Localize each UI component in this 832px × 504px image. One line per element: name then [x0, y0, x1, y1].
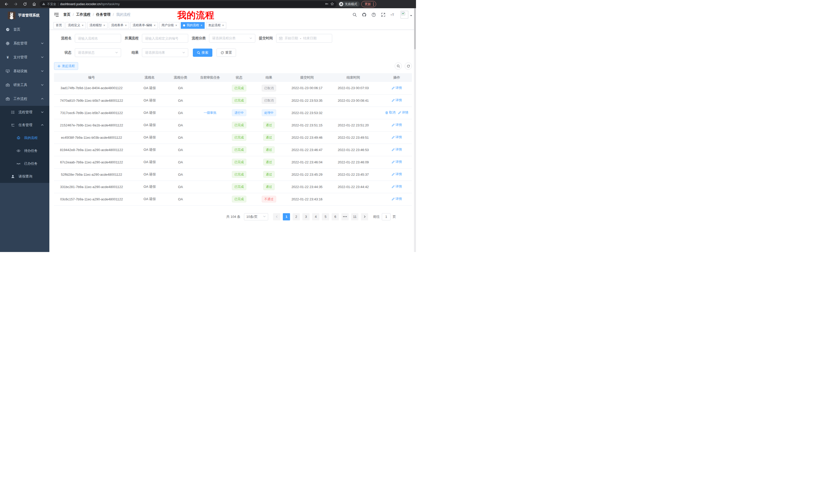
page-button-1[interactable]: 1 [283, 213, 290, 220]
sidebar-item-done-tasks[interactable]: 已办任务 [0, 157, 49, 170]
app-logo[interactable]: 芋道管理系统 [0, 8, 49, 23]
detail-link[interactable]: 详情 [392, 197, 402, 201]
tab-close-icon[interactable]: × [222, 24, 224, 27]
main-area: 我的流程 首页/工作流程/任务管理/我的流程 TT [49, 8, 416, 252]
detail-link[interactable]: 详情 [392, 172, 402, 176]
cell-category: OA [170, 107, 191, 119]
show-search-toggle-button[interactable] [395, 62, 402, 69]
process-name-input[interactable] [78, 36, 118, 40]
category-select[interactable]: 请选择流程分类 [209, 34, 255, 43]
result-select[interactable]: 请选择流结果 [142, 48, 188, 57]
prev-page-button[interactable] [273, 213, 280, 220]
sidebar-item-infrastructure[interactable]: 基础设施 [0, 64, 49, 78]
filter-row-1: 流程名 所属流程 流程分类 请选择流程分类 提交时间 开始日期 - 结束日期 [54, 34, 412, 43]
tab-process-form[interactable]: 流程表单× [109, 22, 129, 29]
tab-close-icon[interactable]: × [82, 24, 83, 27]
tab-close-icon[interactable]: × [175, 24, 177, 27]
tab-close-icon[interactable]: × [125, 24, 127, 27]
search-button[interactable]: 搜索 [193, 49, 212, 57]
process-definition-input[interactable] [145, 36, 185, 40]
detail-link[interactable]: 详情 [398, 110, 408, 115]
sidebar-item-dev-tools[interactable]: 研发工具 [0, 78, 49, 92]
sidebar-item-process-mgmt[interactable]: 流程管理 [0, 106, 49, 119]
font-size-icon[interactable]: TT [390, 12, 395, 17]
page-size-select[interactable]: 10条/页 [244, 213, 268, 220]
tab-start-process[interactable]: 发起流程× [206, 22, 226, 29]
browser-forward-icon[interactable] [12, 1, 20, 7]
tab-home[interactable]: 首页 [53, 22, 64, 29]
cell-category: OA [170, 168, 191, 180]
next-page-button[interactable] [361, 213, 368, 220]
sidebar-item-leave-query[interactable]: 请假查询 [0, 170, 49, 183]
detail-link[interactable]: 详情 [392, 86, 402, 90]
github-icon[interactable] [362, 12, 367, 17]
tab-my-process[interactable]: 我的流程× [181, 22, 205, 29]
breadcrumb-item[interactable]: 任务管理 [96, 12, 110, 17]
tab-close-icon[interactable]: × [154, 24, 156, 27]
tab-close-icon[interactable]: × [103, 24, 105, 27]
cell-status: 已完成 [229, 193, 249, 205]
tab-process-definition[interactable]: 流程定义× [66, 22, 86, 29]
browser-home-icon[interactable] [30, 1, 38, 7]
goto-page-input[interactable] [382, 213, 391, 220]
detail-link[interactable]: 详情 [392, 147, 402, 152]
refresh-table-button[interactable] [405, 62, 412, 69]
sidebar-item-payment[interactable]: ¥支付管理 [0, 50, 49, 64]
url-host[interactable]: dashboard.yudao.iocoder.cn [60, 2, 101, 6]
sidebar-item-home[interactable]: 首页 [0, 23, 49, 36]
breadcrumb-item[interactable]: 首页 [63, 12, 71, 17]
cell-result: 处理中 [249, 107, 289, 119]
browser-address-bar[interactable]: 不安全 dashboard.yudao.iocoder.cn/bpm/task/… [40, 1, 337, 7]
scrollbar-thumb[interactable] [414, 8, 416, 49]
cell-id: 3ad174fb-7b9d-11ec-8404-acde48001122 [54, 82, 129, 94]
cell-process-name: OA 请假 [129, 180, 170, 193]
page-button-3[interactable]: 3 [302, 213, 310, 220]
page-button-11[interactable]: 11 [351, 213, 358, 220]
user-avatar-menu[interactable] [400, 11, 412, 19]
browser-reload-icon[interactable] [21, 1, 29, 7]
page-button-5[interactable]: 5 [322, 213, 329, 220]
tab-user-group[interactable]: 用户分组× [159, 22, 179, 29]
detail-link[interactable]: 详情 [392, 160, 402, 164]
chevron-down-icon [263, 215, 266, 219]
page-button-4[interactable]: 4 [312, 213, 319, 220]
status-select[interactable]: 请选择状态 [75, 48, 121, 57]
fullscreen-icon[interactable] [381, 12, 386, 17]
breadcrumb-item[interactable]: 工作流程 [76, 12, 90, 17]
detail-link[interactable]: 详情 [392, 135, 402, 139]
tab-process-model[interactable]: 流程模型× [87, 22, 107, 29]
detail-link[interactable]: 详情 [392, 185, 402, 189]
sidebar-collapse-icon[interactable] [53, 12, 59, 18]
sidebar-item-todo-tasks[interactable]: 待办任务 [0, 144, 49, 157]
sidebar-item-system[interactable]: 系统管理 [0, 36, 49, 50]
cell-status-badge: 已完成 [232, 146, 246, 153]
create-process-button[interactable]: 发起流程 [54, 62, 78, 70]
page-button-2[interactable]: 2 [293, 213, 300, 220]
not-secure-label[interactable]: 不安全 [47, 2, 56, 6]
tab-close-icon[interactable]: × [201, 24, 202, 27]
sidebar-item-my-process[interactable]: 我的流程 [0, 132, 49, 144]
current-task-link[interactable]: 一级审批 [204, 111, 216, 115]
page-button-6[interactable]: 6 [332, 213, 339, 220]
sidebar-item-workflow[interactable]: 工作流程 [0, 92, 49, 106]
header-search-icon[interactable] [352, 12, 357, 17]
browser-back-icon[interactable] [3, 1, 10, 7]
sidebar-item-task-mgmt[interactable]: 任务管理 [0, 119, 49, 132]
pagination-more[interactable]: ••• [341, 213, 349, 220]
sidebar-item-label: 我的流程 [24, 136, 49, 140]
browser-menu-icon[interactable] [373, 3, 374, 6]
gear-icon [6, 41, 10, 46]
password-key-icon[interactable] [325, 2, 329, 6]
detail-link[interactable]: 详情 [392, 98, 402, 103]
cell-process-name: OA 请假 [129, 131, 170, 144]
reset-button[interactable]: 重置 [216, 49, 236, 57]
detail-link[interactable]: 详情 [392, 123, 402, 127]
browser-scrollbar[interactable] [414, 8, 416, 252]
bookmark-star-icon[interactable] [330, 2, 334, 6]
submit-time-range-picker[interactable]: 开始日期 - 结束日期 [276, 34, 332, 43]
avatar-broken-image [400, 11, 408, 19]
browser-update-button[interactable]: 更新 [361, 1, 376, 7]
help-icon[interactable] [371, 12, 376, 17]
cancel-link[interactable]: 取消 [385, 110, 395, 115]
tab-process-form-edit[interactable]: 流程表单-编辑× [130, 22, 158, 29]
